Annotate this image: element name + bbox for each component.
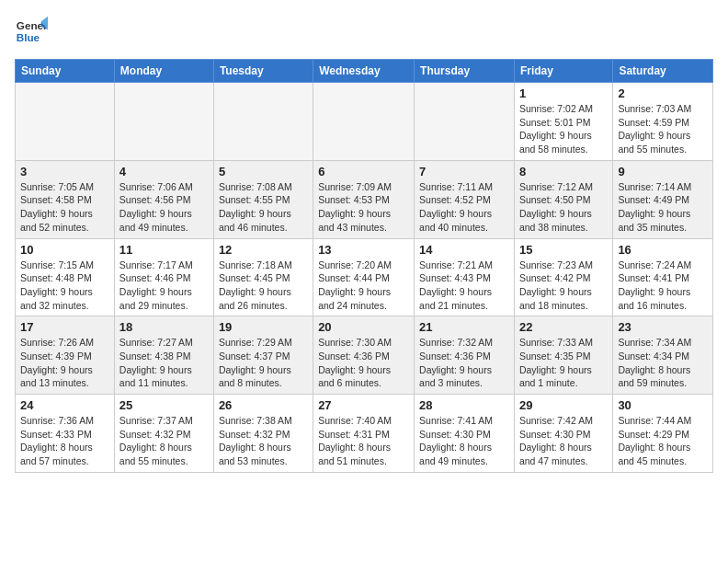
calendar-cell: 14Sunrise: 7:21 AMSunset: 4:43 PMDayligh… <box>415 238 515 316</box>
day-info: Sunset: 4:32 PM <box>119 428 209 442</box>
day-info: Daylight: 9 hours and 35 minutes. <box>618 207 708 234</box>
calendar-cell: 9Sunrise: 7:14 AMSunset: 4:49 PMDaylight… <box>613 160 713 238</box>
day-info: Daylight: 8 hours and 55 minutes. <box>119 441 209 467</box>
day-info: Sunrise: 7:17 AM <box>119 259 209 272</box>
day-info: Daylight: 9 hours and 18 minutes. <box>519 285 608 312</box>
day-info: Sunset: 4:36 PM <box>419 350 509 363</box>
day-number: 28 <box>419 398 509 412</box>
day-info: Sunrise: 7:36 AM <box>20 414 109 428</box>
calendar-cell: 26Sunrise: 7:38 AMSunset: 4:32 PMDayligh… <box>213 395 313 473</box>
day-info: Daylight: 9 hours and 55 minutes. <box>618 129 708 155</box>
day-info: Sunrise: 7:15 AM <box>20 259 109 272</box>
day-info: Sunset: 4:36 PM <box>318 350 409 363</box>
day-number: 8 <box>519 165 608 178</box>
calendar-cell <box>16 83 115 161</box>
day-info: Daylight: 9 hours and 16 minutes. <box>618 285 708 312</box>
calendar-cell: 12Sunrise: 7:18 AMSunset: 4:45 PMDayligh… <box>213 238 313 316</box>
day-info: Sunset: 5:01 PM <box>519 116 608 130</box>
calendar-cell: 6Sunrise: 7:09 AMSunset: 4:53 PMDaylight… <box>313 160 415 238</box>
day-info: Sunset: 4:33 PM <box>20 428 109 442</box>
day-info: Daylight: 9 hours and 1 minute. <box>519 363 608 390</box>
calendar-cell: 23Sunrise: 7:34 AMSunset: 4:34 PMDayligh… <box>613 316 713 395</box>
day-info: Sunset: 4:58 PM <box>20 193 109 207</box>
day-number: 12 <box>219 243 308 257</box>
calendar-cell: 5Sunrise: 7:08 AMSunset: 4:55 PMDaylight… <box>213 160 313 238</box>
day-info: Sunrise: 7:05 AM <box>20 180 109 194</box>
day-info: Sunrise: 7:11 AM <box>419 180 509 194</box>
day-number: 15 <box>519 243 608 257</box>
day-info: Sunrise: 7:24 AM <box>618 259 708 272</box>
calendar-week-1: 1Sunrise: 7:02 AMSunset: 5:01 PMDaylight… <box>16 83 713 161</box>
weekday-header-tuesday: Tuesday <box>213 60 313 83</box>
day-info: Sunset: 4:30 PM <box>419 428 509 442</box>
day-number: 21 <box>419 320 509 334</box>
day-info: Sunset: 4:55 PM <box>219 193 308 207</box>
calendar-cell: 22Sunrise: 7:33 AMSunset: 4:35 PMDayligh… <box>514 316 612 395</box>
day-info: Sunrise: 7:29 AM <box>219 336 308 350</box>
weekday-header-sunday: Sunday <box>16 60 115 83</box>
calendar-cell: 19Sunrise: 7:29 AMSunset: 4:37 PMDayligh… <box>213 316 313 395</box>
day-info: Sunset: 4:50 PM <box>519 193 608 207</box>
day-info: Daylight: 8 hours and 51 minutes. <box>318 441 409 467</box>
day-info: Daylight: 8 hours and 53 minutes. <box>219 441 308 467</box>
day-info: Sunset: 4:37 PM <box>219 350 308 363</box>
day-info: Sunset: 4:56 PM <box>119 193 209 207</box>
calendar-week-3: 10Sunrise: 7:15 AMSunset: 4:48 PMDayligh… <box>16 238 713 316</box>
day-number: 10 <box>20 243 109 257</box>
calendar-cell: 27Sunrise: 7:40 AMSunset: 4:31 PMDayligh… <box>313 395 415 473</box>
day-number: 14 <box>419 243 509 257</box>
day-info: Sunset: 4:43 PM <box>419 271 509 285</box>
logo-icon: General Blue <box>15 15 48 48</box>
day-info: Daylight: 9 hours and 46 minutes. <box>219 207 308 234</box>
day-info: Sunset: 4:44 PM <box>318 271 409 285</box>
calendar-week-5: 24Sunrise: 7:36 AMSunset: 4:33 PMDayligh… <box>16 395 713 473</box>
day-info: Daylight: 9 hours and 40 minutes. <box>419 207 509 234</box>
calendar-cell: 18Sunrise: 7:27 AMSunset: 4:38 PMDayligh… <box>114 316 213 395</box>
calendar-cell <box>313 83 415 161</box>
day-info: Daylight: 9 hours and 52 minutes. <box>20 207 109 234</box>
day-info: Sunset: 4:29 PM <box>618 428 708 442</box>
day-info: Sunrise: 7:37 AM <box>119 414 209 428</box>
day-info: Sunset: 4:32 PM <box>219 428 308 442</box>
day-info: Sunset: 4:39 PM <box>20 350 109 363</box>
calendar-cell: 4Sunrise: 7:06 AMSunset: 4:56 PMDaylight… <box>114 160 213 238</box>
day-info: Sunset: 4:46 PM <box>119 271 209 285</box>
day-number: 3 <box>20 165 109 178</box>
day-info: Daylight: 9 hours and 13 minutes. <box>20 363 109 390</box>
day-info: Daylight: 8 hours and 49 minutes. <box>419 441 509 467</box>
calendar-cell: 13Sunrise: 7:20 AMSunset: 4:44 PMDayligh… <box>313 238 415 316</box>
calendar-cell: 3Sunrise: 7:05 AMSunset: 4:58 PMDaylight… <box>16 160 115 238</box>
calendar-cell: 15Sunrise: 7:23 AMSunset: 4:42 PMDayligh… <box>514 238 612 316</box>
day-number: 19 <box>219 320 308 334</box>
calendar-cell: 11Sunrise: 7:17 AMSunset: 4:46 PMDayligh… <box>114 238 213 316</box>
day-number: 11 <box>119 243 209 257</box>
day-number: 27 <box>318 398 409 412</box>
day-info: Sunrise: 7:08 AM <box>219 180 308 194</box>
calendar-cell <box>213 83 313 161</box>
day-info: Sunrise: 7:26 AM <box>20 336 109 350</box>
day-info: Sunrise: 7:32 AM <box>419 336 509 350</box>
day-number: 1 <box>519 86 608 100</box>
day-info: Daylight: 9 hours and 38 minutes. <box>519 207 608 234</box>
day-info: Daylight: 8 hours and 59 minutes. <box>618 363 708 390</box>
day-info: Sunset: 4:34 PM <box>618 350 708 363</box>
day-info: Daylight: 9 hours and 26 minutes. <box>219 285 308 312</box>
day-info: Sunset: 4:52 PM <box>419 193 509 207</box>
day-info: Sunrise: 7:14 AM <box>618 180 708 194</box>
weekday-header-monday: Monday <box>114 60 213 83</box>
calendar-body: 1Sunrise: 7:02 AMSunset: 5:01 PMDaylight… <box>16 83 713 473</box>
day-info: Sunset: 4:53 PM <box>318 193 409 207</box>
svg-text:Blue: Blue <box>17 31 40 43</box>
calendar-cell: 20Sunrise: 7:30 AMSunset: 4:36 PMDayligh… <box>313 316 415 395</box>
calendar-cell <box>415 83 515 161</box>
weekday-header-wednesday: Wednesday <box>313 60 415 83</box>
day-info: Sunrise: 7:02 AM <box>519 102 608 116</box>
calendar-cell <box>114 83 213 161</box>
day-number: 25 <box>119 398 209 412</box>
day-info: Daylight: 8 hours and 47 minutes. <box>519 441 608 467</box>
day-number: 13 <box>318 243 409 257</box>
day-info: Daylight: 8 hours and 57 minutes. <box>20 441 109 467</box>
day-number: 4 <box>119 165 209 178</box>
day-info: Sunrise: 7:38 AM <box>219 414 308 428</box>
weekday-header-saturday: Saturday <box>613 60 713 83</box>
